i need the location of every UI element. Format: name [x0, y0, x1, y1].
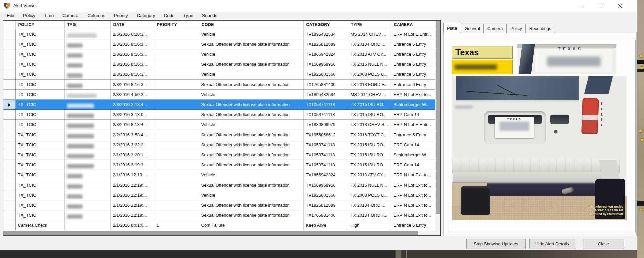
maximize-button[interactable] — [590, 0, 610, 12]
row-header-cell[interactable] — [3, 180, 15, 190]
menu-camera[interactable]: Camera — [58, 12, 83, 19]
cell-code[interactable]: Vehicle — [199, 120, 303, 130]
cell-date[interactable]: 2/1/2016 3:19:3... — [110, 160, 154, 170]
cell-code[interactable]: Sexual Offender with license plate infor… — [199, 59, 303, 69]
cell-tag[interactable] — [64, 29, 110, 39]
cell-category[interactable]: TX1053741118 — [303, 150, 348, 160]
row-header-cell[interactable] — [3, 69, 15, 80]
tab-plate[interactable]: Plate — [443, 23, 461, 33]
cell-category[interactable]: TX1569968956 — [303, 59, 348, 69]
cell-code[interactable]: Sexual Offender with license plate infor… — [199, 100, 303, 110]
cell-camera[interactable]: ERP N Lot Exit to... — [391, 190, 435, 200]
cell-code[interactable]: Sexual Offender with license plate infor… — [199, 180, 303, 190]
row-header-cell[interactable] — [3, 39, 15, 49]
cell-type[interactable]: TX 2015 ISU RO... — [348, 150, 391, 160]
cell-priority[interactable] — [154, 150, 199, 160]
cell-category[interactable]: TX1053741118 — [303, 110, 348, 120]
table-row[interactable]: TX_TCIC2/3/2016 3:18:0...Sexual Offender… — [3, 110, 435, 120]
cell-tag[interactable] — [64, 80, 110, 90]
close-button[interactable]: Close — [583, 239, 624, 249]
cell-type[interactable]: High — [348, 220, 391, 230]
cell-category[interactable]: TV1866942324 — [303, 170, 348, 180]
cell-category[interactable]: TX1765831400 — [303, 210, 348, 220]
cell-code[interactable]: Sexual Offender with license plate infor… — [199, 130, 303, 140]
menu-file[interactable]: File — [3, 12, 19, 19]
cell-tag[interactable] — [64, 150, 110, 160]
cell-category[interactable]: TX1053741118 — [303, 140, 348, 150]
cell-tag[interactable] — [64, 59, 110, 69]
cell-date[interactable]: 2/1/2016 12:19:... — [110, 180, 154, 190]
cell-code[interactable]: Sexual Offender with license plate infor… — [199, 80, 303, 90]
cell-type[interactable]: TX 2013 FORD ... — [348, 39, 391, 49]
cell-camera[interactable]: ERP N Lot Exit to... — [391, 170, 435, 180]
cell-code[interactable]: Sexual Offender with license plate infor… — [199, 39, 303, 49]
cell-category[interactable]: TX1053741118 — [303, 160, 348, 170]
table-row[interactable]: TX_TCIC2/1/2016 12:19:...VehicleTV182560… — [3, 190, 435, 200]
cell-date[interactable]: 2/3/2016 8:16:3... — [110, 49, 154, 59]
cell-type[interactable]: MS 2014 CHEV ... — [348, 29, 391, 39]
menu-type[interactable]: Type — [179, 12, 198, 19]
cell-type[interactable]: TX 2013 FORD F... — [348, 210, 391, 220]
cell-camera[interactable]: Schlumberger W... — [391, 150, 435, 160]
cell-category[interactable]: TX1053741118 — [303, 100, 348, 110]
cell-camera[interactable]: Entrance 6 Entry — [391, 220, 435, 230]
cell-camera[interactable]: Entrance 6 Entry — [391, 69, 435, 80]
cell-type[interactable]: TX 2013 ATV CY... — [348, 170, 391, 180]
stop-showing-updates-button[interactable]: Stop Showing Updates — [466, 239, 526, 249]
cell-tag[interactable] — [64, 69, 110, 80]
cell-category[interactable]: TX1826812889 — [303, 39, 348, 49]
cell-code[interactable]: Vehicle — [199, 69, 303, 80]
vertical-scrollbar[interactable] — [435, 21, 440, 231]
table-row[interactable]: TX_TCIC2/2/2016 3:22:2...Sexual Offender… — [3, 140, 435, 150]
cell-priority[interactable] — [154, 140, 199, 150]
row-header-cell[interactable] — [3, 220, 15, 230]
cell-policy[interactable]: TX_TCIC — [15, 170, 64, 180]
cell-category[interactable]: TX1765831400 — [303, 80, 348, 90]
cell-priority[interactable] — [154, 39, 199, 49]
cell-date[interactable]: 2/1/2016 12:19:... — [110, 210, 154, 220]
cell-priority[interactable] — [154, 49, 199, 59]
cell-category[interactable]: Keep Alive — [303, 220, 348, 230]
cell-date[interactable]: 2/3/2016 8:16:3... — [110, 69, 154, 80]
cell-camera[interactable]: ERP N Lot E Entr... — [391, 29, 435, 39]
cell-tag[interactable] — [64, 110, 110, 120]
menu-sounds[interactable]: Sounds — [198, 12, 222, 19]
cell-policy[interactable]: TX_TCIC — [15, 39, 64, 49]
cell-category[interactable]: TV1825601560 — [303, 69, 348, 80]
cell-priority[interactable] — [154, 69, 199, 80]
cell-date[interactable]: 2/3/2016 8:16:3... — [110, 39, 154, 49]
cell-date[interactable]: 2/3/2016 8:16:3... — [110, 80, 154, 90]
cell-policy[interactable]: TX_TCIC — [15, 210, 64, 220]
column-header-tag[interactable]: TAG — [64, 21, 110, 29]
cell-tag[interactable] — [64, 160, 110, 170]
row-header-cell[interactable] — [3, 110, 15, 120]
cell-code[interactable]: Sexual Offender with license plate infor… — [199, 200, 303, 210]
cell-camera[interactable]: ERP N Lot Exit to... — [391, 210, 435, 220]
row-header-cell[interactable] — [3, 49, 15, 59]
row-header-cell[interactable] — [3, 80, 15, 90]
minimize-button[interactable] — [571, 0, 590, 12]
cell-date[interactable]: 2/3/2016 3:18:0... — [110, 110, 154, 120]
cell-tag[interactable] — [64, 200, 110, 210]
cell-type[interactable]: TX 2008 POLS C... — [348, 190, 391, 200]
cell-camera[interactable]: ERP N Lot E Entr... — [391, 120, 435, 130]
menu-category[interactable]: Category — [132, 12, 160, 19]
cell-category[interactable]: TV1866942324 — [303, 49, 348, 59]
cell-policy[interactable]: TX_TCIC — [15, 49, 64, 59]
cell-category[interactable]: TV1895482534 — [303, 90, 348, 100]
cell-code[interactable]: Vehicle — [199, 49, 303, 59]
cell-date[interactable]: 2/3/2016 8:16:3... — [110, 59, 154, 69]
cell-priority[interactable] — [154, 130, 199, 140]
cell-code[interactable]: Sexual Offender with license plate infor… — [199, 210, 303, 220]
cell-code[interactable]: Vehicle — [199, 29, 303, 39]
table-row[interactable]: TX_TCIC2/5/2016 6:28:3...VehicleTV189548… — [3, 29, 435, 39]
cell-tag[interactable] — [64, 180, 110, 190]
cell-tag[interactable] — [64, 120, 110, 130]
table-row[interactable]: TX_TCIC2/3/2016 4:59:2...VehicleTV189548… — [3, 90, 435, 100]
menu-time[interactable]: Time — [40, 12, 58, 19]
cell-tag[interactable] — [64, 140, 110, 150]
column-header-category[interactable]: CATEGORY — [303, 21, 348, 29]
cell-policy[interactable]: TX_TCIC — [15, 190, 64, 200]
row-header-cell[interactable] — [3, 140, 15, 150]
cell-type[interactable]: TX 2015 ISU RO... — [348, 110, 391, 120]
